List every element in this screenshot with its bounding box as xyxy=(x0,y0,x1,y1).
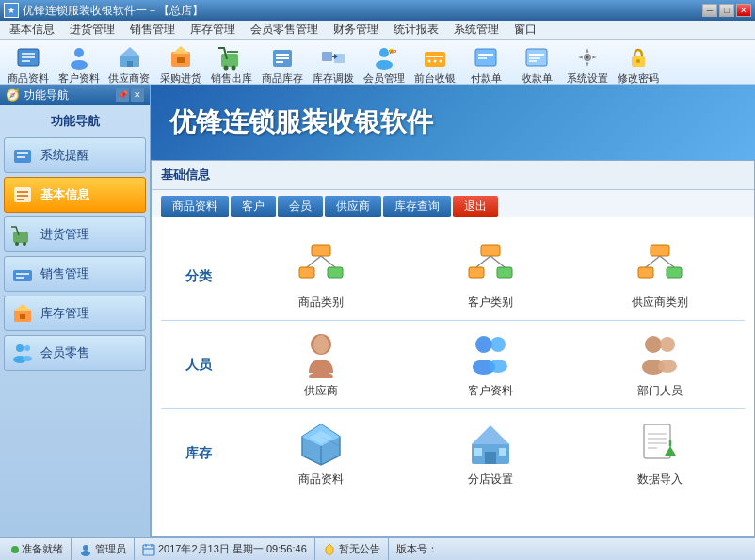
icon-supplier-person[interactable]: 供应商 xyxy=(236,321,406,408)
goods-info-icon xyxy=(297,419,345,468)
icon-data-import[interactable]: 数据导入 xyxy=(575,409,745,497)
icon-branch-setup[interactable]: 分店设置 xyxy=(406,409,575,497)
menu-item-basic[interactable]: 基本信息 xyxy=(2,20,62,40)
tool-purchase-label: 采购进货 xyxy=(160,72,201,86)
menu-item-member[interactable]: 会员零售管理 xyxy=(243,20,326,40)
maximize-button[interactable]: □ xyxy=(719,4,734,17)
tool-payment[interactable]: 付款单 xyxy=(461,41,510,83)
svg-rect-55 xyxy=(13,270,32,281)
menu-item-report[interactable]: 统计报表 xyxy=(386,20,446,40)
tool-payment-label: 付款单 xyxy=(471,72,502,86)
svg-rect-70 xyxy=(481,245,500,256)
svg-point-89 xyxy=(660,337,675,352)
svg-rect-60 xyxy=(20,314,25,319)
tool-stock[interactable]: 商品库存 xyxy=(258,41,307,83)
svg-point-64 xyxy=(23,356,32,361)
menu-item-sales[interactable]: 销售管理 xyxy=(122,20,183,40)
supplier-category-icon xyxy=(635,242,684,291)
content-header-title: 优锋连锁服装收银软件 xyxy=(169,104,433,140)
tool-settings[interactable]: 系统设置 xyxy=(563,41,612,83)
tool-transfer[interactable]: 库存调拨 xyxy=(309,41,358,83)
section-title: 基础信息 xyxy=(161,168,210,182)
section-person: 人员 供应商 xyxy=(161,321,745,409)
sidebar-item-basic[interactable]: 基本信息 xyxy=(4,177,146,213)
svg-point-61 xyxy=(16,344,24,352)
svg-marker-7 xyxy=(120,47,139,56)
menu-item-inventory[interactable]: 库存管理 xyxy=(183,20,243,40)
close-button[interactable]: ✕ xyxy=(736,4,751,17)
sidebar-close-btn[interactable]: ✕ xyxy=(131,88,144,102)
title-bar: ★ 优锋连锁服装收银软件一－【总店】 ─ □ ✕ xyxy=(0,0,755,21)
tab-supplier[interactable]: 供应商 xyxy=(325,196,381,217)
tab-member[interactable]: 会员 xyxy=(278,196,323,217)
sidebar-item-reminder[interactable]: 系统提醒 xyxy=(4,137,146,173)
sidebar-item-inventory[interactable]: 库存管理 xyxy=(4,296,146,331)
sidebar-pin-btn[interactable]: 📌 xyxy=(116,88,129,102)
svg-marker-59 xyxy=(14,304,31,311)
icon-goods-info[interactable]: 商品资料 xyxy=(236,409,406,497)
tool-cashier[interactable]: 前台收银 xyxy=(410,41,459,83)
svg-point-109 xyxy=(81,551,90,556)
svg-point-31 xyxy=(434,60,437,63)
sidebar-item-purchase[interactable]: 进货管理 xyxy=(4,216,146,252)
menu-item-finance[interactable]: 财务管理 xyxy=(326,20,386,40)
svg-point-42 xyxy=(586,56,589,59)
svg-rect-52 xyxy=(13,232,28,243)
status-user-label: 管理员 xyxy=(95,542,126,556)
content-panel: 基础信息 商品资料 客户 会员 供应商 库存查询 退出 分类 xyxy=(151,160,755,537)
user-icon xyxy=(79,543,92,556)
svg-rect-18 xyxy=(276,57,289,59)
section-label-stock: 库存 xyxy=(161,436,236,472)
main-area: 🧭 功能导航 📌 ✕ 功能导航 系统提醒 基本信息 进货管 xyxy=(0,85,755,537)
svg-marker-97 xyxy=(472,425,509,444)
tab-exit[interactable]: 退出 xyxy=(453,196,498,217)
tool-purchase[interactable]: 采购进货 xyxy=(156,41,205,83)
tool-salesout[interactable]: 销售出库 xyxy=(207,41,256,83)
tool-password[interactable]: 修改密码 xyxy=(614,41,663,83)
inventory-nav-icon xyxy=(10,301,35,326)
svg-rect-98 xyxy=(485,452,496,464)
sidebar-item-label-member-retail: 会员零售 xyxy=(40,344,89,361)
tab-stock-query[interactable]: 库存查询 xyxy=(383,196,451,217)
goods-category-label: 商品类别 xyxy=(298,295,344,311)
transfer-icon xyxy=(320,44,346,71)
tool-customer[interactable]: 客户资料 xyxy=(55,41,104,83)
menu-item-purchase[interactable]: 进货管理 xyxy=(62,20,122,40)
icon-goods-category[interactable]: 商品类别 xyxy=(236,232,406,320)
tab-customer[interactable]: 客户 xyxy=(231,196,276,217)
icon-dept-person[interactable]: 部门人员 xyxy=(575,321,745,408)
purchase-icon xyxy=(168,44,194,71)
svg-rect-8 xyxy=(127,61,133,67)
dept-person-label: 部门人员 xyxy=(637,383,683,399)
menu-item-system[interactable]: 系统管理 xyxy=(446,20,506,40)
stock-icon xyxy=(269,44,296,71)
tab-goods[interactable]: 商品资料 xyxy=(161,196,229,217)
sidebar-item-label-basic: 基本信息 xyxy=(40,186,89,203)
content-area: 优锋连锁服装收银软件 基础信息 商品资料 客户 会员 供应商 库存查询 退出 分… xyxy=(151,85,755,537)
svg-rect-12 xyxy=(221,54,238,67)
content-header: 优锋连锁服装收银软件 xyxy=(151,85,755,160)
icon-customer-category[interactable]: 客户类别 xyxy=(406,232,575,320)
tab-bar: 商品资料 客户 会员 供应商 库存查询 退出 xyxy=(152,190,754,217)
svg-marker-10 xyxy=(172,46,189,54)
supplier-person-icon xyxy=(297,330,345,379)
tool-member[interactable]: VIP 会员管理 xyxy=(360,41,409,83)
svg-rect-99 xyxy=(474,448,482,456)
sidebar-item-sales[interactable]: 销售管理 xyxy=(4,256,146,292)
customer-icon xyxy=(66,44,92,71)
section-category: 分类 商品类别 xyxy=(161,232,745,321)
section-label-category: 分类 xyxy=(161,259,236,295)
payment-icon xyxy=(473,44,499,71)
svg-rect-29 xyxy=(426,56,443,57)
icon-customer-info[interactable]: 客户资料 xyxy=(406,321,575,408)
title-bar-left: ★ 优锋连锁服装收银软件一－【总店】 xyxy=(4,3,203,19)
menu-item-window[interactable]: 窗口 xyxy=(506,20,544,40)
tool-goods[interactable]: 商品资料 xyxy=(4,41,53,83)
minimize-button[interactable]: ─ xyxy=(702,4,717,17)
notice-label: 暂无公告 xyxy=(339,542,380,556)
tool-supplier[interactable]: 供应商资料 xyxy=(105,41,154,83)
tool-customer-label: 客户资料 xyxy=(58,72,100,86)
icon-supplier-category[interactable]: 供应商类别 xyxy=(575,232,745,320)
tool-receipt[interactable]: 收款单 xyxy=(512,41,561,83)
sidebar-item-member-retail[interactable]: 会员零售 xyxy=(4,335,146,371)
